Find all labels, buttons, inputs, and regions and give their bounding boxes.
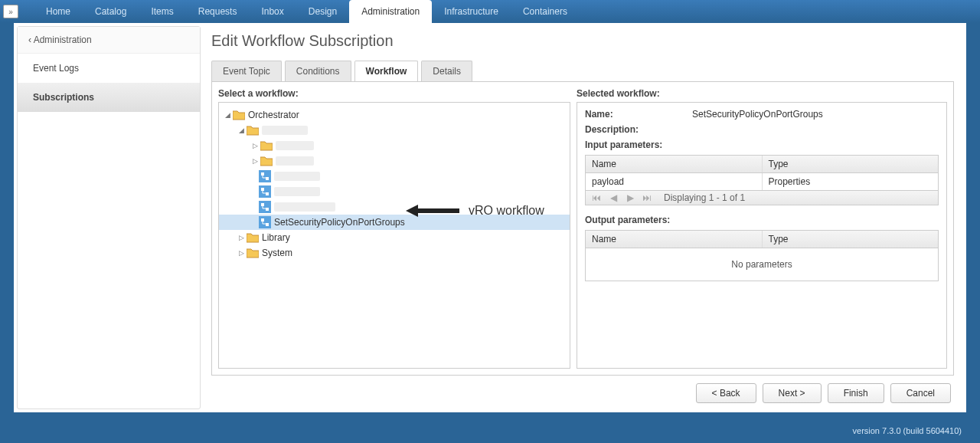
svg-rect-9 [259,216,271,228]
redacted-label [274,187,320,196]
svg-rect-1 [261,172,264,176]
nav-home[interactable]: Home [34,0,83,23]
nav-items[interactable]: Items [139,0,185,23]
workflow-icon [259,170,271,182]
sidebar-item-event-logs[interactable]: Event Logs [18,54,200,83]
svg-rect-3 [259,185,271,198]
tree-node-system[interactable]: ▷ System [219,245,570,261]
redacted-label [262,126,308,135]
grid-pager: ⏮ ◀ ▶ ⏭ Displaying 1 - 1 of 1 [586,190,938,205]
cell-type: Properties [763,173,939,190]
output-params-label: Output parameters: [585,215,692,225]
expand-sidebar-button[interactable]: » [3,5,18,18]
sidebar: ‹ Administration Event Logs Subscription… [17,26,201,409]
grid-empty-text: No parameters [586,248,938,281]
svg-rect-11 [266,223,269,226]
redacted-label [276,156,314,166]
svg-rect-4 [261,188,264,191]
pager-next-icon[interactable]: ▶ [624,192,636,203]
tree-label: SetSecurityPolicyOnPortGroups [274,217,405,228]
nav-infrastructure[interactable]: Infrastructure [432,0,511,23]
wizard-buttons: < Back Next > Finish Cancel [211,376,954,406]
cancel-button[interactable]: Cancel [890,383,951,403]
sidebar-item-subscriptions[interactable]: Subscriptions [18,83,200,112]
chevron-left-icon: ‹ [28,34,34,45]
workflow-icon [259,185,271,198]
input-params-grid: Name Type payload Properties ⏮ ◀ ▶ [585,155,939,205]
version-label: version 7.3.0 (build 5604410) [853,426,962,435]
back-button[interactable]: < Back [696,383,756,403]
col-type-header[interactable]: Type [763,156,939,172]
description-label: Description: [585,124,692,135]
redacted-label [276,141,314,150]
svg-rect-6 [259,201,271,213]
col-name-header[interactable]: Name [586,231,763,248]
main: Edit Workflow Subscription Event Topic C… [204,23,966,412]
topbar: » Home Catalog Items Requests Inbox Desi… [0,0,980,23]
tree-node[interactable]: ◢ [219,123,570,138]
expand-icon[interactable]: ▷ [251,157,259,165]
tree-label: Orchestrator [248,110,299,120]
tree-node[interactable]: ▷ [219,153,570,169]
selected-workflow-details: Name: SetSecurityPolicyOnPortGroups Desc… [577,102,947,369]
workflow-panel: Select a workflow: ◢ Orchestrator ◢ [211,81,954,376]
svg-rect-2 [266,177,269,180]
top-nav: Home Catalog Items Requests Inbox Design… [34,0,580,23]
tree-node[interactable] [219,199,570,215]
tree-label: System [262,248,292,258]
folder-icon [247,125,259,136]
tree-node-library[interactable]: ▷ Library [219,230,570,245]
collapse-icon[interactable]: ◢ [237,126,245,134]
workflow-icon [259,216,271,228]
svg-rect-8 [266,208,269,211]
folder-icon [260,140,273,151]
col-name-header[interactable]: Name [586,156,763,172]
subtab-workflow[interactable]: Workflow [354,61,419,81]
nav-design[interactable]: Design [296,0,349,23]
svg-rect-10 [261,218,264,222]
finish-button[interactable]: Finish [828,383,884,403]
col-type-header[interactable]: Type [763,231,939,248]
svg-rect-5 [266,192,269,195]
tree-node[interactable] [219,184,570,199]
workflow-tree[interactable]: ◢ Orchestrator ◢ ▷ [218,102,570,369]
tree-node[interactable] [219,169,570,184]
folder-icon [247,248,259,258]
tree-label: Library [262,232,290,243]
nav-requests[interactable]: Requests [186,0,250,23]
folder-icon [247,232,259,243]
subtab-conditions[interactable]: Conditions [285,61,351,81]
svg-rect-0 [259,170,271,182]
expand-icon[interactable]: ▷ [237,249,245,257]
sidebar-back[interactable]: ‹ Administration [18,27,200,54]
expand-icon[interactable]: ▷ [251,142,259,149]
tree-node-orchestrator[interactable]: ◢ Orchestrator [219,107,570,123]
workspace: ‹ Administration Event Logs Subscription… [14,23,966,412]
workflow-icon [259,201,271,213]
subtabs: Event Topic Conditions Workflow Details [211,61,954,81]
redacted-label [274,172,320,181]
output-params-grid: Name Type No parameters [585,230,939,281]
pager-prev-icon[interactable]: ◀ [607,192,619,203]
nav-administration[interactable]: Administration [349,0,432,23]
grid-row[interactable]: payload Properties [586,173,938,190]
subtab-details[interactable]: Details [421,61,472,81]
nav-containers[interactable]: Containers [511,0,580,23]
expand-icon[interactable]: ▷ [237,234,245,241]
collapse-icon[interactable]: ◢ [224,111,231,119]
cell-name: payload [586,173,763,190]
pager-last-icon[interactable]: ⏭ [641,192,653,203]
pager-first-icon[interactable]: ⏮ [590,192,603,203]
next-button[interactable]: Next > [763,383,822,403]
subtab-event-topic[interactable]: Event Topic [211,61,282,81]
folder-icon [260,156,273,166]
tree-node[interactable]: ▷ [219,138,570,153]
input-params-label: Input parameters: [585,139,692,150]
page-title: Edit Workflow Subscription [211,32,954,50]
tree-node-selected[interactable]: SetSecurityPolicyOnPortGroups [219,215,570,230]
selected-workflow-label: Selected workflow: [577,88,947,99]
svg-rect-7 [261,203,264,206]
pager-status: Displaying 1 - 1 of 1 [664,192,745,203]
nav-inbox[interactable]: Inbox [249,0,296,23]
nav-catalog[interactable]: Catalog [83,0,139,23]
